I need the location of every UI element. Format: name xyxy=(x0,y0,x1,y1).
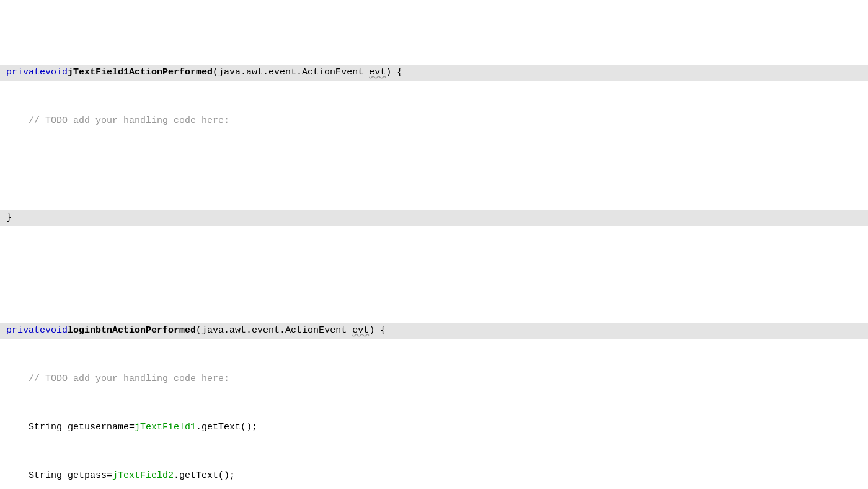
code-line: private void loginbtnActionPerformed(jav… xyxy=(0,323,868,339)
code-line: String getpass=jTextField2.getText(); xyxy=(0,468,868,484)
code-line: private void jTextField1ActionPerformed(… xyxy=(0,65,868,81)
code-editor[interactable]: private void jTextField1ActionPerformed(… xyxy=(0,0,868,489)
code-line xyxy=(0,161,868,177)
code-line: String getusername=jTextField1.getText()… xyxy=(0,419,868,436)
code-line: } xyxy=(0,210,868,226)
code-line: // TODO add your handling code here: xyxy=(0,113,868,129)
code-line: // TODO add your handling code here: xyxy=(0,371,868,387)
code-line xyxy=(0,258,868,274)
